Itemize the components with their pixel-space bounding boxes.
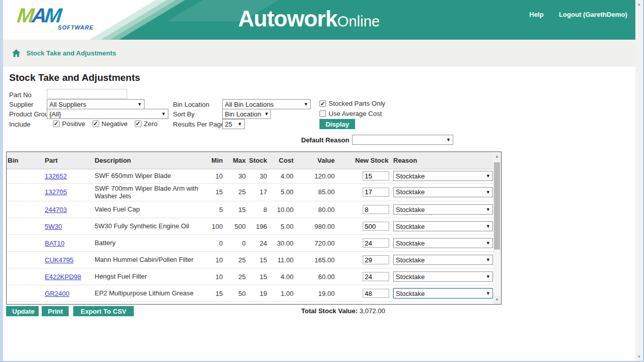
new-stock-input[interactable] [363, 289, 389, 298]
table-row: 132705SWF 700mm Wiper Blade Arm with Was… [7, 183, 493, 201]
cell-bin [7, 268, 39, 285]
cell-description: Battery [89, 235, 203, 252]
stocked-parts-only-option[interactable]: ✓ Stocked Parts Only [319, 100, 385, 107]
product-group-select[interactable]: {All}▼ [47, 109, 168, 119]
new-stock-input[interactable] [363, 238, 389, 248]
col-header-part: Part [39, 152, 89, 169]
default-reason-row: Default Reason ▼ [6, 134, 632, 147]
scroll-up-icon[interactable]: ▲ [635, 1, 643, 8]
total-stock-value-amount: 3,072.00 [360, 307, 386, 315]
col-header-value: Value [295, 152, 353, 169]
cell-bin [7, 183, 39, 201]
part-no-input[interactable] [47, 89, 127, 99]
use-average-cost-option[interactable]: ✓ Use Average Cost [319, 110, 382, 117]
sort-by-select[interactable]: Bin Location▼ [222, 109, 271, 119]
cell-bin [7, 235, 39, 252]
reason-select[interactable]: Stocktake▼ [393, 288, 493, 298]
table-scroll-up-icon[interactable]: ▲ [493, 153, 501, 160]
cell-min: 5 [203, 201, 224, 218]
reason-select[interactable]: Stocktake▼ [393, 204, 493, 215]
cell-description: 5W30 Fully Synthetic Engine Oil [89, 218, 203, 235]
bin-location-select[interactable]: All Bin Locations▼ [222, 99, 311, 109]
new-stock-input[interactable] [363, 222, 389, 231]
reason-select[interactable]: Stocktake▼ [393, 221, 493, 231]
new-stock-input[interactable] [363, 272, 389, 281]
display-button[interactable]: Display [319, 119, 355, 129]
scroll-down-icon[interactable]: ▼ [635, 353, 643, 360]
update-button[interactable]: Update [6, 306, 39, 316]
table-scrollbar-thumb[interactable] [494, 162, 500, 250]
cell-value: 165.00 [295, 252, 353, 268]
chevron-down-icon: ▼ [486, 190, 490, 195]
reason-select-value: Stocktake [396, 188, 425, 196]
chevron-down-icon: ▼ [486, 257, 490, 262]
cell-max: 0 [224, 235, 247, 252]
cell-bin [7, 169, 39, 183]
reason-select-value: Stocktake [396, 223, 425, 230]
cell-max: 25 [224, 183, 247, 201]
include-option-positive[interactable]: ✓Positive [53, 120, 85, 128]
include-option-negative[interactable]: ✓Negative [93, 120, 128, 128]
chevron-down-icon: ▼ [137, 102, 142, 107]
table-scroll-down-icon[interactable]: ▼ [493, 296, 501, 304]
stock-table-viewport: Bin Part Description Min Max Stock Cost … [7, 152, 493, 304]
negative-checkbox-label: Negative [102, 120, 128, 128]
export-to-csv-button[interactable]: Export To CSV [73, 306, 134, 316]
logout-link[interactable]: Logout (GarethDemo) [559, 11, 627, 18]
stocked-parts-only-checkbox[interactable]: ✓ [319, 100, 326, 107]
default-reason-select[interactable]: ▼ [352, 135, 453, 145]
zero-checkbox[interactable]: ✓ [135, 120, 141, 127]
print-button[interactable]: Print [42, 306, 69, 316]
cell-description: SWF 700mm Wiper Blade Arm with Washer Je… [89, 183, 203, 201]
chevron-down-icon: ▼ [161, 111, 166, 116]
cell-stock [247, 302, 268, 304]
part-link[interactable]: 5W30 [45, 223, 62, 230]
cell-value: 85.00 [295, 183, 353, 201]
header-links: Help Logout (GarethDemo) [530, 11, 628, 18]
help-link[interactable]: Help [530, 11, 544, 18]
cell-part: 5W30 [39, 218, 89, 235]
cell-new-stock [353, 302, 392, 304]
new-stock-input[interactable] [363, 188, 389, 197]
supplier-select[interactable]: All Suppliers▼ [47, 99, 144, 109]
positive-checkbox[interactable]: ✓ [53, 120, 60, 127]
reason-select[interactable]: Stocktake▼ [393, 255, 493, 265]
part-link[interactable]: GR2400 [45, 290, 69, 297]
breadcrumb-label[interactable]: Stock Take and Adjustments [26, 49, 116, 57]
part-link[interactable]: 244703 [45, 206, 67, 214]
col-header-cost: Cost [268, 152, 295, 169]
default-reason-label: Default Reason [301, 136, 349, 144]
reason-select-value: Stocktake [396, 256, 425, 264]
include-option-zero[interactable]: ✓Zero [135, 120, 158, 128]
part-link[interactable]: 132652 [45, 172, 67, 180]
results-per-page-select[interactable]: 25▼ [222, 119, 245, 129]
chevron-down-icon: ▼ [238, 122, 242, 127]
part-link[interactable]: 132705 [45, 188, 67, 196]
cell-cost: 30.00 [268, 235, 295, 252]
table-scrollbar[interactable]: ▲ ▼ [493, 152, 501, 304]
part-link[interactable]: BAT10 [45, 239, 65, 247]
cell-max: 25 [224, 252, 247, 268]
new-stock-input[interactable] [363, 171, 389, 180]
reason-select-value: Stocktake [396, 290, 425, 297]
cell-new-stock [353, 183, 392, 201]
part-link[interactable]: E422KPD98 [45, 273, 81, 281]
part-link[interactable]: CUK4795 [45, 256, 73, 264]
new-stock-input[interactable] [363, 255, 389, 264]
cell-new-stock [353, 201, 392, 218]
page-scrollbar[interactable]: ▲ ▼ [635, 0, 643, 361]
negative-checkbox[interactable]: ✓ [93, 120, 99, 127]
reason-select[interactable]: Stocktake▼ [393, 187, 493, 197]
new-stock-input[interactable] [363, 205, 389, 214]
cell-new-stock [353, 268, 392, 285]
use-average-cost-checkbox[interactable]: ✓ [319, 110, 326, 117]
cell-min: 10 [203, 268, 224, 285]
cell-max [224, 302, 247, 304]
reason-select[interactable]: Stocktake▼ [393, 238, 493, 248]
mam-software-logo: MAM SOFTWARE [17, 5, 94, 31]
cell-max: 25 [224, 268, 247, 285]
reason-select[interactable]: Stocktake▼ [393, 272, 493, 282]
reason-select[interactable]: Stocktake▼ [393, 171, 493, 181]
cell-reason: Stocktake▼ [392, 169, 493, 183]
home-icon[interactable] [12, 49, 20, 57]
